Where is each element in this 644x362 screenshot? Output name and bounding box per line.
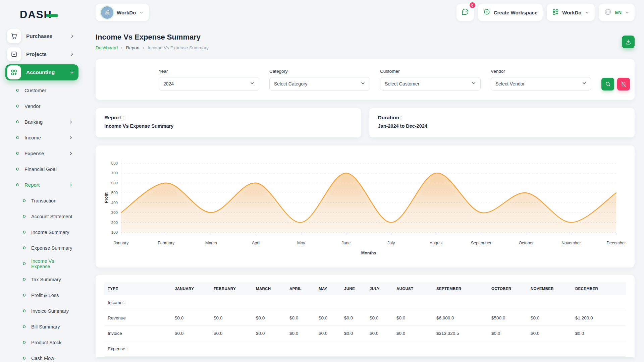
- chat-bubble-icon: [461, 8, 469, 17]
- chevron-right-icon: [68, 151, 73, 156]
- brand-logo[interactable]: DASH: [3, 6, 80, 23]
- table-row-invoice: Invoice$0.0$0.0$0.0$0.0$0.0$0.0$0.0$0.0$…: [104, 326, 626, 341]
- bullet-circle-icon: [22, 261, 26, 266]
- bullet-circle-icon: [22, 324, 26, 329]
- bullet-circle-icon: [22, 277, 26, 282]
- chevron-right-icon: [70, 34, 74, 39]
- table-header-january: JANUARY: [171, 282, 210, 295]
- sidebar-item-income[interactable]: Income: [3, 130, 80, 145]
- svg-text:100: 100: [111, 230, 118, 234]
- sidebar-item-label: Product Stock: [31, 340, 61, 345]
- table-header-october: OCTOBER: [488, 282, 527, 295]
- create-workspace-label: Create Workspace: [494, 10, 538, 15]
- sidebar-item-label: Income: [24, 135, 41, 140]
- sidebar-item-customer[interactable]: Customer: [3, 82, 80, 98]
- sidebar-item-profit-loss[interactable]: Profit & Loss: [3, 287, 80, 303]
- cell-value: $0.0: [341, 326, 366, 341]
- sidebar-item-label: Invoice Summary: [31, 308, 69, 314]
- chevron-right-icon: [70, 52, 74, 57]
- messages-button[interactable]: 0: [457, 4, 474, 21]
- cell-value: $0.0: [286, 310, 315, 326]
- cell-value: $1,200.0: [572, 310, 626, 326]
- sidebar-item-bill-summary[interactable]: Bill Summary: [3, 319, 80, 335]
- table-header-may: MAY: [315, 282, 341, 295]
- sidebar-item-report[interactable]: Report: [3, 177, 80, 193]
- reset-filter-button[interactable]: [617, 78, 630, 90]
- sidebar-item-income-summary[interactable]: Income Summary: [3, 224, 80, 240]
- sidebar-item-account-statement[interactable]: Account Statement: [3, 208, 80, 224]
- cell-value: $0.0: [527, 310, 572, 326]
- svg-text:February: February: [158, 241, 175, 245]
- svg-text:January: January: [114, 241, 129, 245]
- sidebar-item-accounting[interactable]: Accounting: [5, 64, 78, 80]
- cell-value: $313,320.5: [433, 326, 488, 341]
- svg-text:300: 300: [111, 210, 118, 215]
- sidebar-item-tax-summary[interactable]: Tax Summary: [3, 272, 80, 287]
- bullet-circle-icon: [15, 167, 20, 171]
- customer-select[interactable]: Select Customer: [380, 77, 481, 90]
- download-report-button[interactable]: [622, 36, 635, 48]
- sidebar-item-cash-flow[interactable]: Cash Flow: [3, 350, 80, 362]
- svg-text:700: 700: [111, 171, 118, 175]
- svg-text:600: 600: [111, 181, 118, 185]
- income-expense-table: TYPEJANUARYFEBRUARYMARCHAPRILMAYJUNEJULY…: [104, 282, 626, 357]
- workspace-avatar-building-icon: [101, 6, 113, 19]
- chevron-down-icon: [69, 70, 74, 75]
- customer-filter-field: CustomerSelect Customer: [380, 69, 481, 90]
- main-area: WorkDo 0 Create Workspace WorkDo: [83, 0, 644, 362]
- sidebar-item-label: Income Vs Expense: [31, 258, 73, 269]
- chevron-down-icon: [625, 10, 629, 15]
- sidebar-item-expense-summary[interactable]: Expense Summary: [3, 240, 80, 256]
- summary-cards-row: Report : Income Vs Expense Summary Durat…: [96, 108, 635, 137]
- sidebar-item-label: Expense Summary: [31, 245, 72, 251]
- sidebar-item-label: Transaction: [31, 198, 56, 203]
- year-select[interactable]: 2024: [159, 77, 259, 90]
- svg-text:500: 500: [111, 191, 118, 195]
- svg-text:800: 800: [111, 161, 118, 165]
- svg-text:December: December: [606, 241, 626, 245]
- plus-circle-icon: [483, 8, 490, 16]
- sidebar-item-purchases[interactable]: Purchases: [5, 28, 78, 44]
- cell-value: $0.0: [341, 310, 366, 326]
- sidebar-item-product-stock[interactable]: Product Stock: [3, 335, 80, 350]
- sidebar-item-label: Account Statement: [31, 214, 72, 219]
- category-select[interactable]: Select Category: [269, 77, 370, 90]
- category-filter-field: CategorySelect Category: [269, 69, 370, 90]
- sidebar-item-vendor[interactable]: Vendor: [3, 98, 80, 114]
- sidebar-item-label: Customer: [24, 87, 46, 93]
- sidebar-item-financial-goal[interactable]: Financial Goal: [3, 161, 80, 177]
- cell-value: $0.0: [171, 310, 210, 326]
- chevron-down-icon: [250, 81, 255, 86]
- chevron-right-icon: [68, 183, 73, 187]
- year-filter-field: Year2024: [159, 69, 259, 90]
- table-header-september: SEPTEMBER: [433, 282, 488, 295]
- sidebar-item-invoice-summary[interactable]: Invoice Summary: [3, 303, 80, 319]
- table-section-row-expense: Expense :: [104, 341, 626, 357]
- workspace-switcher-chip[interactable]: WorkDo: [96, 4, 149, 21]
- breadcrumb-dashboard-link[interactable]: Dashboard: [96, 45, 118, 50]
- cell-value: $0.0: [253, 310, 286, 326]
- cell-value: $500.0: [488, 310, 527, 326]
- table-header-july: JULY: [366, 282, 393, 295]
- sidebar-item-banking[interactable]: Banking: [3, 114, 80, 130]
- create-workspace-button[interactable]: Create Workspace: [478, 4, 543, 21]
- cell-value: $0.0: [488, 326, 527, 341]
- sidebar-item-label: Expense: [24, 150, 44, 156]
- sidebar-item-projects[interactable]: Projects: [5, 46, 78, 62]
- svg-text:October: October: [519, 241, 533, 245]
- vendor-select[interactable]: Select Vendor: [491, 77, 591, 90]
- breadcrumb-report-link[interactable]: Report: [126, 45, 140, 50]
- chevron-down-icon: [139, 10, 144, 15]
- page-title: Income Vs Expense Summary: [96, 33, 209, 42]
- svg-text:November: November: [561, 241, 581, 245]
- workspace-dropdown[interactable]: WorkDo: [547, 4, 594, 21]
- language-dropdown[interactable]: EN: [599, 4, 635, 21]
- topbar: WorkDo 0 Create Workspace WorkDo: [96, 0, 635, 25]
- apply-filter-search-button[interactable]: [601, 78, 614, 90]
- sidebar-item-expense[interactable]: Expense: [3, 145, 80, 161]
- chevron-down-icon: [585, 10, 589, 15]
- sidebar-item-transaction[interactable]: Transaction: [3, 193, 80, 208]
- sidebar-top-items: PurchasesProjects: [3, 28, 80, 62]
- sidebar-item-income-vs-expense[interactable]: Income Vs Expense: [3, 256, 80, 272]
- svg-text:March: March: [205, 241, 217, 245]
